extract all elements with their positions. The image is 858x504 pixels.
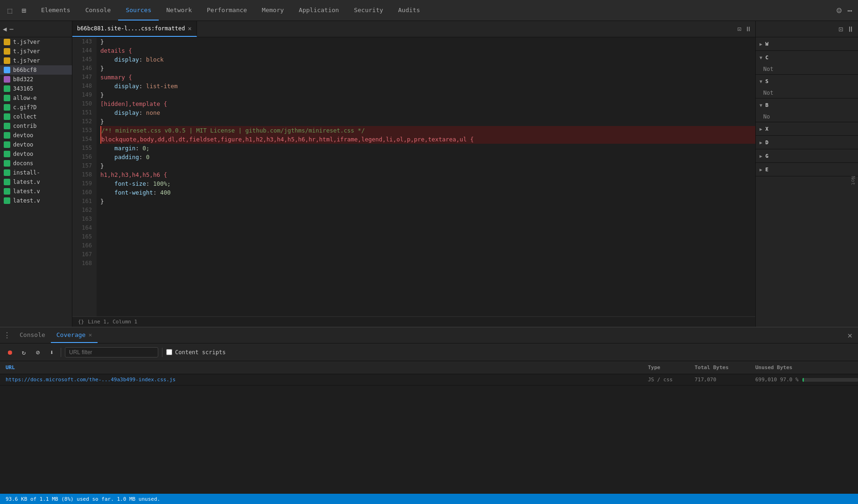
file-icon (4, 95, 10, 101)
sidebar-item[interactable]: install- (0, 168, 72, 177)
code-line: display: block (100, 55, 755, 64)
sidebar-item[interactable]: b66bcf8 (0, 65, 72, 75)
watch-section-header[interactable]: ▶ W (756, 37, 858, 50)
xhr-chevron: ▶ (760, 126, 763, 132)
sidebar-item[interactable]: t.js?ver (0, 47, 72, 56)
line-number: 167 (77, 250, 92, 259)
sidebar-item[interactable]: devtoo (0, 149, 72, 159)
more-sidebar-icon[interactable]: ⋯ (9, 25, 13, 33)
sidebar-item[interactable]: b8d322 (0, 75, 72, 84)
sidebar-item[interactable]: devtoo (0, 131, 72, 140)
coverage-tab-close[interactable]: × (88, 331, 92, 338)
nav-tab-performance[interactable]: Performance (199, 0, 254, 21)
tab-close-icon[interactable]: × (188, 25, 191, 32)
scope-section-header[interactable]: ▼ S (756, 75, 858, 88)
select-tool-icon[interactable]: ⬚ (5, 5, 15, 15)
nav-tab-network[interactable]: Network (159, 0, 199, 21)
file-icon (4, 104, 10, 111)
nav-tab-security[interactable]: Security (346, 0, 391, 21)
file-icon (4, 160, 10, 167)
row-url: https://docs.microsoft.com/the-...49a3b4… (0, 377, 648, 383)
drawer-tab-coverage[interactable]: Coverage × (51, 328, 98, 343)
breakpoints-section-header[interactable]: ▼ B (756, 98, 858, 112)
dom-section-header[interactable]: ▶ D (756, 136, 858, 149)
nav-tab-memory[interactable]: Memory (254, 0, 291, 21)
device-toggle-icon[interactable]: ⊞ (19, 5, 29, 15)
code-line: summary { (100, 73, 755, 82)
sidebar-item[interactable]: t.js?ver (0, 37, 72, 47)
main-area: ◀ ⋯ t.js?vert.js?vert.js?verb66bcf8b8d32… (0, 21, 858, 327)
nav-tab-elements[interactable]: Elements (34, 0, 78, 21)
emoji-icon[interactable]: ☺ (837, 6, 842, 15)
sidebar-item[interactable]: t.js?ver (0, 56, 72, 65)
callstack-section-header[interactable]: ▼ C (756, 51, 858, 64)
file-icon (4, 123, 10, 129)
more-options-icon[interactable]: ⋯ (847, 6, 852, 15)
drawer-tab-menu-icon[interactable]: ⋮ (0, 328, 14, 343)
pause-icon[interactable]: ⏸ (745, 25, 752, 33)
code-content[interactable]: 1431441451461471481491501511521531541551… (72, 37, 755, 316)
record-button[interactable]: ⏺ (5, 347, 15, 357)
line-number: 150 (77, 99, 92, 108)
collapse-icon[interactable]: ◀ (3, 25, 7, 33)
nav-tab-application[interactable]: Application (291, 0, 346, 21)
file-label: 343165 (13, 85, 33, 92)
drawer-close: × (847, 328, 858, 343)
event-section-header[interactable]: ▶ E (756, 163, 858, 176)
sidebar-item[interactable]: latest.v (0, 196, 72, 205)
table-row[interactable]: https://docs.microsoft.com/the-...49a3b4… (0, 374, 858, 385)
sidebar-item[interactable]: latest.v (0, 177, 72, 187)
sidebar-item[interactable]: allow-e (0, 93, 72, 103)
line-number: 156 (77, 153, 92, 161)
xhr-section-header[interactable]: ▶ X (756, 122, 858, 135)
drawer-tab-console[interactable]: Console (14, 328, 51, 343)
global-label: G (766, 153, 769, 159)
sidebar-item[interactable]: latest.v (0, 187, 72, 196)
refresh-button[interactable]: ↻ (19, 347, 29, 357)
file-label: latest.v (13, 179, 40, 185)
sidebar-item[interactable]: contrib (0, 121, 72, 131)
sidebar-item[interactable]: 343165 (0, 84, 72, 93)
bottom-status-bar: 93.6 KB of 1.1 MB (8%) used so far. 1.0 … (0, 494, 858, 504)
content-scripts-checkbox[interactable] (166, 349, 172, 355)
line-number: 153 (77, 126, 92, 135)
expand-panel-icon[interactable]: ⊡ (838, 25, 843, 34)
sidebar-item[interactable]: devtoo (0, 140, 72, 149)
code-line: h1,h2,h3,h4,h5,h6 { (100, 170, 755, 179)
file-label: t.js?ver (13, 48, 40, 55)
sidebar-item[interactable]: c.gif?D (0, 103, 72, 112)
line-number: 152 (77, 117, 92, 126)
nav-tabs: ElementsConsoleSourcesNetworkPerformance… (34, 0, 428, 21)
file-icon (4, 188, 10, 195)
sidebar-item[interactable]: docons (0, 159, 72, 168)
download-button[interactable]: ⬇ (47, 347, 57, 357)
not-label: Not (848, 174, 858, 187)
code-tab-active[interactable]: b66bc881.site-l....css:formatted × (72, 21, 197, 37)
pause-panel-icon[interactable]: ⏸ (847, 25, 854, 34)
sidebar-item[interactable]: collect (0, 112, 72, 121)
nav-tab-sources[interactable]: Sources (118, 0, 159, 21)
breakpoints-no-label: No (763, 113, 770, 120)
stop-button[interactable]: ⊘ (33, 347, 43, 357)
row-type: JS / css (648, 377, 695, 383)
drawer-close-button[interactable]: × (847, 330, 852, 340)
header-unused: Unused Bytes (755, 364, 858, 371)
event-label: E (766, 167, 769, 173)
line-number: 161 (77, 197, 92, 206)
format-icon[interactable]: ⊡ (738, 25, 741, 33)
coverage-table[interactable]: URL Type Total Bytes Unused Bytes https:… (0, 361, 858, 494)
line-number: 165 (77, 232, 92, 241)
dom-label: D (766, 140, 769, 146)
line-number: 168 (77, 259, 92, 268)
global-section-header[interactable]: ▶ G (756, 149, 858, 162)
nav-tab-audits[interactable]: Audits (391, 0, 428, 21)
header-url: URL (0, 364, 648, 371)
url-filter-input[interactable] (65, 347, 158, 357)
tab-label: b66bc881.site-l....css:formatted (77, 25, 185, 32)
line-number: 149 (77, 91, 92, 99)
top-nav: ⬚ ⊞ ElementsConsoleSourcesNetworkPerform… (0, 0, 858, 21)
breakpoints-label: B (766, 102, 769, 108)
nav-tab-console[interactable]: Console (78, 0, 119, 21)
content-scripts-checkbox-label[interactable]: Content scripts (166, 349, 225, 356)
sidebar-items: t.js?vert.js?vert.js?verb66bcf8b8d322343… (0, 37, 72, 327)
